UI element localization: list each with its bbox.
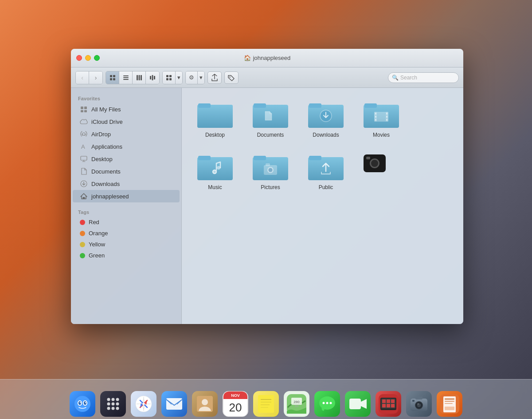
svg-point-73 <box>116 407 119 410</box>
svg-rect-118 <box>445 399 454 399</box>
tag-orange-label: Orange <box>89 230 108 237</box>
svg-rect-10 <box>150 76 151 79</box>
sidebar-item-tag-green[interactable]: Green <box>73 250 180 261</box>
messages-icon <box>314 391 340 417</box>
folder-pictures[interactable]: Pictures <box>246 149 295 195</box>
folder-public[interactable]: Public <box>301 149 350 195</box>
downloads-icon <box>80 180 88 188</box>
dock-messages[interactable] <box>313 388 342 417</box>
svg-point-85 <box>202 399 208 405</box>
home-icon <box>80 192 88 200</box>
dock-launchpad[interactable] <box>99 388 128 417</box>
arrange-dropdown[interactable]: ▾ <box>176 71 182 84</box>
svg-rect-47 <box>198 156 211 160</box>
sidebar-item-tag-orange[interactable]: Orange <box>73 228 180 239</box>
column-view-button[interactable] <box>133 71 146 84</box>
svg-point-68 <box>107 403 110 406</box>
sidebar-item-applications[interactable]: A Applications <box>73 140 180 153</box>
svg-rect-86 <box>258 395 274 413</box>
window-title: 🏠 johnappleseed <box>244 55 291 61</box>
svg-point-62 <box>84 401 86 405</box>
folder-downloads[interactable]: Downloads <box>301 97 350 142</box>
airdrop-icon <box>80 130 88 138</box>
tag-green-dot <box>80 253 85 258</box>
dock-camera-app[interactable] <box>405 388 434 417</box>
dock-mail[interactable] <box>160 388 189 417</box>
svg-point-114 <box>418 403 419 405</box>
dock-contacts[interactable] <box>191 388 219 417</box>
desktop-icon <box>80 155 88 163</box>
dock-calendar[interactable]: NOV 20 <box>221 388 250 417</box>
svg-point-64 <box>85 402 86 403</box>
close-button[interactable] <box>76 55 82 61</box>
search-box[interactable]: 🔍 Search <box>388 72 459 83</box>
safari-icon <box>131 391 156 417</box>
camera-screenshot-overlay <box>357 149 392 178</box>
maximize-button[interactable] <box>94 55 100 61</box>
svg-point-65 <box>107 398 110 401</box>
svg-text:3D: 3D <box>295 404 299 407</box>
folder-documents[interactable]: Documents <box>246 97 295 142</box>
cloud-icon <box>80 118 88 126</box>
svg-rect-110 <box>415 397 422 399</box>
sidebar-item-documents[interactable]: Documents <box>73 165 180 178</box>
action-button[interactable]: ⚙ <box>186 71 198 84</box>
tag-yellow-dot <box>80 242 85 247</box>
svg-point-96 <box>323 402 325 404</box>
svg-rect-83 <box>166 398 182 410</box>
dock-pages[interactable] <box>435 388 464 417</box>
notes-icon <box>253 391 279 417</box>
icon-view-button[interactable] <box>106 71 119 84</box>
folder-desktop[interactable]: Desktop <box>191 97 239 142</box>
svg-rect-108 <box>391 404 395 407</box>
tag-button[interactable] <box>224 71 239 84</box>
svg-rect-8 <box>138 75 140 80</box>
svg-rect-41 <box>375 116 376 118</box>
list-view-button[interactable] <box>119 71 133 84</box>
file-area: Desktop Documents <box>182 88 463 324</box>
svg-rect-40 <box>375 113 376 115</box>
svg-point-58 <box>74 396 90 412</box>
mail-icon <box>161 391 187 417</box>
dock-facetime[interactable] <box>344 388 372 417</box>
dock-photobooth[interactable] <box>374 388 403 417</box>
back-button[interactable]: ‹ <box>76 71 89 84</box>
home-icon: 🏠 <box>244 55 251 61</box>
coverflow-view-button[interactable] <box>146 71 159 84</box>
forward-button[interactable]: › <box>89 71 102 84</box>
dock-finder[interactable] <box>68 388 97 417</box>
tag-red-dot <box>80 220 85 225</box>
svg-rect-1 <box>113 75 115 77</box>
arrange-by-button[interactable] <box>163 71 176 84</box>
svg-rect-44 <box>386 116 387 118</box>
sidebar-item-home[interactable]: johnappleseed <box>73 190 180 202</box>
sidebar-item-desktop[interactable]: Desktop <box>73 153 180 165</box>
folder-movies-label: Movies <box>373 132 390 139</box>
share-button[interactable] <box>207 71 222 84</box>
folder-public-label: Public <box>319 184 333 191</box>
svg-point-48 <box>213 170 216 174</box>
action-dropdown[interactable]: ▾ <box>198 71 204 84</box>
sidebar-item-airdrop[interactable]: AirDrop <box>73 128 180 140</box>
dock-maps[interactable]: 280 3D <box>282 388 311 417</box>
svg-rect-4 <box>123 75 129 76</box>
minimize-button[interactable] <box>85 55 91 61</box>
dock-safari[interactable] <box>129 388 158 417</box>
svg-point-17 <box>229 76 230 77</box>
svg-rect-15 <box>166 78 168 80</box>
sidebar-item-downloads[interactable]: Downloads <box>73 178 180 190</box>
sidebar-item-tag-yellow[interactable]: Yellow <box>73 239 180 250</box>
sidebar-item-icloud-drive[interactable]: iCloud Drive <box>73 115 180 128</box>
svg-rect-19 <box>84 107 87 109</box>
folder-music[interactable]: Music <box>191 149 239 195</box>
svg-rect-42 <box>375 119 376 121</box>
finder-window: 🏠 johnappleseed ‹ › <box>71 49 463 324</box>
dock-notes[interactable] <box>252 388 281 417</box>
sidebar-item-tag-red[interactable]: Red <box>73 217 180 228</box>
folder-documents-label: Documents <box>257 132 284 139</box>
svg-rect-55 <box>266 163 270 166</box>
folder-movies[interactable]: Movies <box>357 97 406 142</box>
sidebar-item-all-my-files[interactable]: All My Files <box>73 103 180 115</box>
camera-app-icon <box>406 391 432 417</box>
svg-rect-106 <box>382 404 386 407</box>
